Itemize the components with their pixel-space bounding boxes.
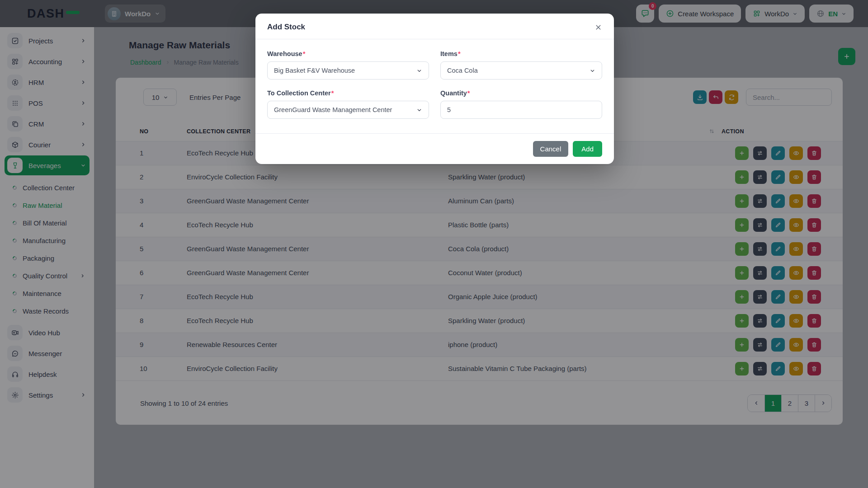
items-value: Coca Cola (447, 67, 478, 74)
required-mark: * (303, 50, 306, 57)
quantity-input[interactable] (440, 101, 602, 119)
add-stock-modal: Add Stock Warehouse* Big Basket F&V Ware… (255, 14, 614, 164)
add-button[interactable]: Add (573, 141, 602, 157)
collection-center-select[interactable]: GreenGuard Waste Management Center (267, 101, 429, 119)
required-mark: * (458, 50, 461, 57)
required-mark: * (467, 89, 470, 97)
close-icon (594, 23, 602, 31)
quantity-label: Quantity* (440, 89, 602, 97)
required-mark: * (331, 89, 334, 97)
warehouse-label: Warehouse* (267, 50, 429, 57)
chevron-down-icon (416, 107, 422, 113)
close-button[interactable] (594, 23, 602, 31)
items-label: Items* (440, 50, 602, 57)
warehouse-value: Big Basket F&V Warehouse (274, 67, 355, 74)
items-select[interactable]: Coca Cola (440, 61, 602, 80)
collection-center-label: To Collection Center* (267, 89, 429, 97)
chevron-down-icon (416, 68, 422, 74)
warehouse-select[interactable]: Big Basket F&V Warehouse (267, 61, 429, 80)
cancel-button[interactable]: Cancel (533, 141, 569, 157)
chevron-down-icon (590, 68, 595, 74)
modal-title: Add Stock (267, 23, 305, 32)
collection-center-value: GreenGuard Waste Management Center (274, 106, 392, 113)
